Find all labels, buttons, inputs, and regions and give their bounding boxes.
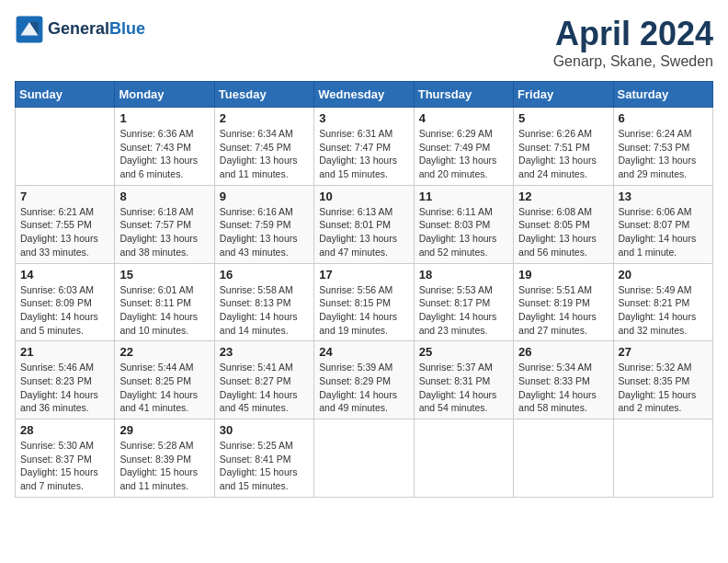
calendar-cell: 7Sunrise: 6:21 AM Sunset: 7:55 PM Daylig… — [16, 185, 115, 263]
calendar-cell: 12Sunrise: 6:08 AM Sunset: 8:05 PM Dayli… — [514, 185, 613, 263]
day-info: Sunrise: 5:53 AM Sunset: 8:17 PM Dayligh… — [419, 283, 508, 338]
day-number: 21 — [20, 345, 109, 359]
day-number: 30 — [220, 423, 309, 437]
day-info: Sunrise: 5:46 AM Sunset: 8:23 PM Dayligh… — [20, 361, 109, 415]
day-number: 16 — [220, 268, 309, 282]
day-info: Sunrise: 5:32 AM Sunset: 8:35 PM Dayligh… — [619, 361, 708, 415]
day-number: 20 — [619, 268, 708, 282]
col-header-wednesday: Wednesday — [314, 82, 414, 108]
day-number: 13 — [619, 190, 708, 203]
calendar-cell: 11Sunrise: 6:11 AM Sunset: 8:03 PM Dayli… — [414, 185, 513, 263]
day-number: 10 — [319, 190, 408, 203]
calendar-cell: 5Sunrise: 6:26 AM Sunset: 7:51 PM Daylig… — [514, 108, 613, 186]
day-info: Sunrise: 5:49 AM Sunset: 8:21 PM Dayligh… — [619, 283, 708, 338]
day-number: 4 — [419, 111, 508, 125]
day-number: 2 — [220, 111, 309, 125]
calendar-cell: 17Sunrise: 5:56 AM Sunset: 8:15 PM Dayli… — [314, 263, 414, 341]
day-number: 14 — [20, 268, 109, 282]
day-number: 18 — [419, 268, 508, 282]
day-number: 3 — [319, 111, 408, 125]
calendar-cell — [314, 419, 414, 498]
day-info: Sunrise: 5:44 AM Sunset: 8:25 PM Dayligh… — [119, 361, 209, 415]
day-info: Sunrise: 6:34 AM Sunset: 7:45 PM Dayligh… — [220, 127, 309, 181]
day-info: Sunrise: 5:28 AM Sunset: 8:39 PM Dayligh… — [119, 439, 209, 493]
day-info: Sunrise: 6:08 AM Sunset: 8:05 PM Dayligh… — [518, 205, 608, 259]
day-number: 9 — [220, 190, 309, 203]
day-info: Sunrise: 6:11 AM Sunset: 8:03 PM Dayligh… — [419, 205, 508, 259]
calendar-cell: 18Sunrise: 5:53 AM Sunset: 8:17 PM Dayli… — [414, 263, 513, 341]
calendar-table: SundayMondayTuesdayWednesdayThursdayFrid… — [15, 81, 713, 498]
col-header-sunday: Sunday — [16, 82, 115, 108]
title-block: April 2024 Genarp, Skane, Sweden — [553, 15, 713, 70]
day-info: Sunrise: 6:06 AM Sunset: 8:07 PM Dayligh… — [619, 205, 708, 259]
day-info: Sunrise: 6:29 AM Sunset: 7:49 PM Dayligh… — [419, 127, 508, 181]
day-info: Sunrise: 5:39 AM Sunset: 8:29 PM Dayligh… — [319, 361, 408, 415]
day-number: 8 — [119, 190, 209, 203]
day-info: Sunrise: 6:01 AM Sunset: 8:11 PM Dayligh… — [119, 283, 209, 338]
calendar-cell — [613, 419, 712, 498]
day-number: 26 — [518, 345, 608, 359]
calendar-cell: 13Sunrise: 6:06 AM Sunset: 8:07 PM Dayli… — [613, 185, 712, 263]
day-info: Sunrise: 6:18 AM Sunset: 7:57 PM Dayligh… — [119, 205, 209, 259]
day-info: Sunrise: 5:34 AM Sunset: 8:33 PM Dayligh… — [518, 361, 608, 415]
calendar-cell: 19Sunrise: 5:51 AM Sunset: 8:19 PM Dayli… — [514, 263, 613, 341]
day-info: Sunrise: 5:30 AM Sunset: 8:37 PM Dayligh… — [20, 439, 109, 493]
day-info: Sunrise: 6:36 AM Sunset: 7:43 PM Dayligh… — [119, 127, 209, 181]
calendar-cell: 3Sunrise: 6:31 AM Sunset: 7:47 PM Daylig… — [314, 108, 414, 186]
day-number: 27 — [619, 345, 708, 359]
calendar-cell: 29Sunrise: 5:28 AM Sunset: 8:39 PM Dayli… — [115, 419, 214, 498]
day-info: Sunrise: 5:58 AM Sunset: 8:13 PM Dayligh… — [220, 283, 309, 338]
day-info: Sunrise: 6:13 AM Sunset: 8:01 PM Dayligh… — [319, 205, 408, 259]
day-number: 22 — [119, 345, 209, 359]
calendar-cell: 10Sunrise: 6:13 AM Sunset: 8:01 PM Dayli… — [314, 185, 414, 263]
calendar-cell: 14Sunrise: 6:03 AM Sunset: 8:09 PM Dayli… — [16, 263, 115, 341]
day-info: Sunrise: 6:21 AM Sunset: 7:55 PM Dayligh… — [20, 205, 109, 259]
calendar-cell: 9Sunrise: 6:16 AM Sunset: 7:59 PM Daylig… — [214, 185, 313, 263]
day-info: Sunrise: 6:03 AM Sunset: 8:09 PM Dayligh… — [20, 283, 109, 338]
day-number: 6 — [619, 111, 708, 125]
logo-text: GeneralBlue — [48, 20, 145, 39]
calendar-cell: 4Sunrise: 6:29 AM Sunset: 7:49 PM Daylig… — [414, 108, 513, 186]
calendar-cell: 24Sunrise: 5:39 AM Sunset: 8:29 PM Dayli… — [314, 341, 414, 419]
day-number: 11 — [419, 190, 508, 203]
calendar-cell: 25Sunrise: 5:37 AM Sunset: 8:31 PM Dayli… — [414, 341, 513, 419]
day-number: 7 — [20, 190, 109, 203]
day-info: Sunrise: 5:56 AM Sunset: 8:15 PM Dayligh… — [319, 283, 408, 338]
day-number: 24 — [319, 345, 408, 359]
calendar-cell: 1Sunrise: 6:36 AM Sunset: 7:43 PM Daylig… — [115, 108, 214, 186]
day-info: Sunrise: 5:41 AM Sunset: 8:27 PM Dayligh… — [220, 361, 309, 415]
day-info: Sunrise: 6:31 AM Sunset: 7:47 PM Dayligh… — [319, 127, 408, 181]
day-number: 17 — [319, 268, 408, 282]
day-number: 12 — [518, 190, 608, 203]
calendar-cell — [514, 419, 613, 498]
col-header-thursday: Thursday — [414, 82, 513, 108]
logo: GeneralBlue — [15, 15, 145, 44]
col-header-saturday: Saturday — [613, 82, 712, 108]
calendar-subtitle: Genarp, Skane, Sweden — [553, 53, 713, 70]
day-number: 1 — [119, 111, 209, 125]
calendar-cell: 16Sunrise: 5:58 AM Sunset: 8:13 PM Dayli… — [214, 263, 313, 341]
calendar-cell: 23Sunrise: 5:41 AM Sunset: 8:27 PM Dayli… — [214, 341, 313, 419]
calendar-cell: 21Sunrise: 5:46 AM Sunset: 8:23 PM Dayli… — [16, 341, 115, 419]
day-number: 29 — [119, 423, 209, 437]
calendar-cell: 2Sunrise: 6:34 AM Sunset: 7:45 PM Daylig… — [214, 108, 313, 186]
calendar-cell: 8Sunrise: 6:18 AM Sunset: 7:57 PM Daylig… — [115, 185, 214, 263]
calendar-cell: 28Sunrise: 5:30 AM Sunset: 8:37 PM Dayli… — [16, 419, 115, 498]
day-number: 5 — [518, 111, 608, 125]
day-number: 23 — [220, 345, 309, 359]
col-header-friday: Friday — [514, 82, 613, 108]
logo-icon — [15, 15, 44, 44]
page-header: GeneralBlue April 2024 Genarp, Skane, Sw… — [15, 15, 713, 70]
calendar-cell: 6Sunrise: 6:24 AM Sunset: 7:53 PM Daylig… — [613, 108, 712, 186]
day-number: 19 — [518, 268, 608, 282]
day-info: Sunrise: 5:25 AM Sunset: 8:41 PM Dayligh… — [220, 439, 309, 493]
calendar-cell: 15Sunrise: 6:01 AM Sunset: 8:11 PM Dayli… — [115, 263, 214, 341]
day-info: Sunrise: 6:24 AM Sunset: 7:53 PM Dayligh… — [619, 127, 708, 181]
day-number: 25 — [419, 345, 508, 359]
calendar-cell: 26Sunrise: 5:34 AM Sunset: 8:33 PM Dayli… — [514, 341, 613, 419]
day-number: 28 — [20, 423, 109, 437]
calendar-title: April 2024 — [553, 15, 713, 53]
day-info: Sunrise: 5:51 AM Sunset: 8:19 PM Dayligh… — [518, 283, 608, 338]
day-info: Sunrise: 5:37 AM Sunset: 8:31 PM Dayligh… — [419, 361, 508, 415]
calendar-cell: 27Sunrise: 5:32 AM Sunset: 8:35 PM Dayli… — [613, 341, 712, 419]
